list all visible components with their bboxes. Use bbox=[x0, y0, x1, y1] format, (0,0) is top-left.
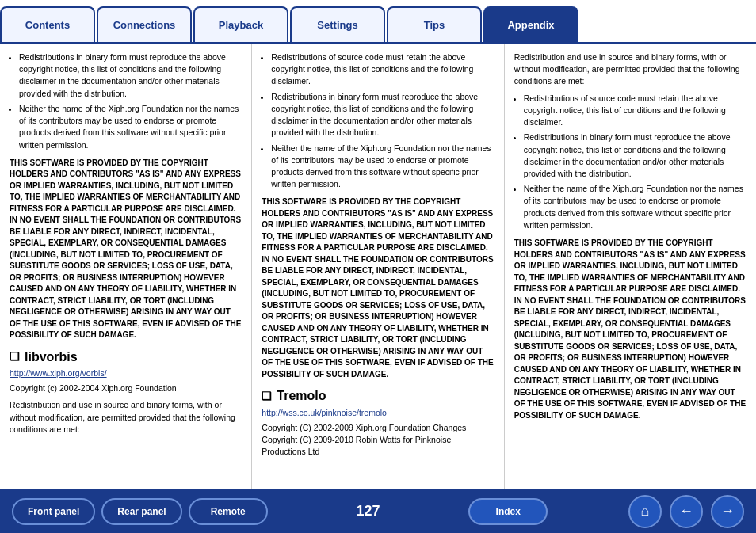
main-content: Redistributions in binary form must repr… bbox=[0, 44, 756, 489]
tab-appendix[interactable]: Appendix bbox=[483, 6, 578, 42]
col3-bullet1: Redistributions of source code must reta… bbox=[524, 93, 746, 129]
col2-bullet3: Neither the name of the Xiph.org Foundat… bbox=[271, 143, 494, 191]
col2-bullet2: Redistributions in binary form must repr… bbox=[271, 91, 494, 139]
home-button[interactable]: ⌂ bbox=[628, 495, 662, 528]
col1-link[interactable]: http://www.xiph.org/vorbis/ bbox=[10, 367, 242, 379]
home-icon: ⌂ bbox=[641, 503, 650, 520]
tab-tips[interactable]: Tips bbox=[387, 6, 482, 42]
col3-intro: Redistribution and use in source and bin… bbox=[514, 51, 746, 88]
rear-panel-button[interactable]: Rear panel bbox=[101, 498, 181, 525]
col1-bullet1: Redistributions in binary form must repr… bbox=[19, 51, 242, 100]
col2-section-heading: Tremolo bbox=[262, 386, 494, 405]
col3-bullet2: Redistributions in binary form must repr… bbox=[524, 131, 746, 180]
col2-link[interactable]: http://wss.co.uk/pinknoise/tremolo bbox=[262, 407, 494, 419]
col1-bullet2: Neither the name of the Xiph.org Foundat… bbox=[19, 103, 242, 151]
col1-caps: THIS SOFTWARE IS PROVIDED BY THE COPYRIG… bbox=[10, 158, 242, 341]
col3-bullets1: Redistributions of source code must reta… bbox=[514, 93, 746, 231]
col2-bullet1: Redistributions of source code must reta… bbox=[271, 51, 494, 88]
forward-icon: → bbox=[720, 503, 735, 520]
forward-button[interactable]: → bbox=[711, 495, 744, 528]
back-button[interactable]: ← bbox=[670, 495, 703, 528]
bottom-nav-left: Front panel Rear panel Remote bbox=[12, 498, 268, 525]
col1-copyright: Copyright (c) 2002-2004 Xiph.org Foundat… bbox=[10, 383, 242, 394]
page-number: 127 bbox=[348, 503, 388, 520]
col3: Redistribution and use in source and bin… bbox=[505, 44, 756, 489]
col2: Redistributions of source code must reta… bbox=[252, 44, 504, 489]
col2-caps: THIS SOFTWARE IS PROVIDED BY THE COPYRIG… bbox=[262, 196, 494, 380]
col1-redistribution: Redistribution and use in source and bin… bbox=[10, 399, 242, 436]
bottom-nav-right: ⌂ ← → bbox=[628, 495, 744, 528]
col2-bullets1: Redistributions of source code must reta… bbox=[262, 51, 494, 190]
tab-settings[interactable]: Settings bbox=[290, 6, 385, 42]
col1-bullets1: Redistributions in binary form must repr… bbox=[10, 51, 242, 151]
tab-connections[interactable]: Connections bbox=[97, 6, 192, 42]
tab-playback[interactable]: Playback bbox=[193, 6, 288, 42]
col1: Redistributions in binary form must repr… bbox=[0, 44, 252, 489]
col2-copyright: Copyright (C) 2002-2009 Xiph.org Foundat… bbox=[262, 422, 494, 459]
bottom-nav: Front panel Rear panel Remote 127 Index … bbox=[0, 489, 756, 533]
front-panel-button[interactable]: Front panel bbox=[12, 498, 95, 525]
col3-caps: THIS SOFTWARE IS PROVIDED BY THE COPYRIG… bbox=[514, 238, 746, 421]
tab-contents[interactable]: Contents bbox=[0, 6, 95, 42]
back-icon: ← bbox=[679, 503, 693, 520]
col3-bullet3: Neither the name of the Xiph.org Foundat… bbox=[524, 183, 746, 231]
col1-section-heading: libvorbis bbox=[10, 348, 242, 366]
remote-button[interactable]: Remote bbox=[189, 498, 268, 525]
index-button[interactable]: Index bbox=[468, 498, 548, 525]
tab-bar: Contents Connections Playback Settings T… bbox=[0, 0, 756, 44]
